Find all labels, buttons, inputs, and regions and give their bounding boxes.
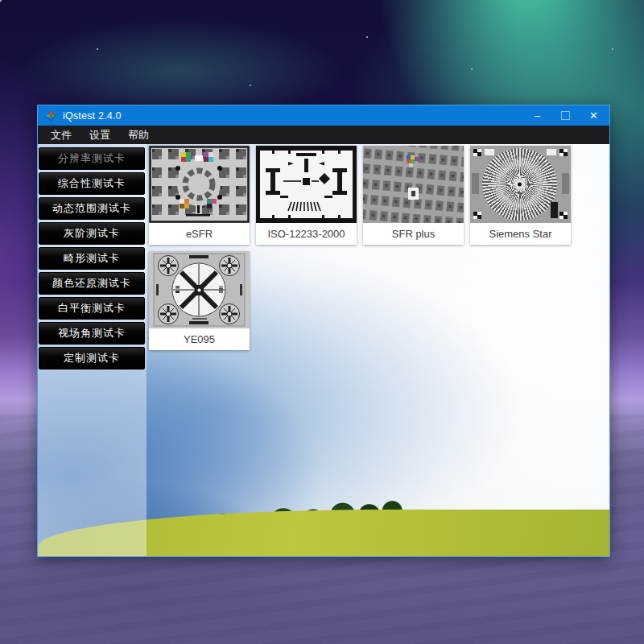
client-area: 分辨率测试卡 综合性测试卡 动态范围测试卡 灰阶测试卡 畸形测试卡 颜色还原测试…: [38, 144, 609, 556]
siemens-star-graphic: [482, 148, 557, 221]
esfr-chart-thumbnail: [149, 146, 250, 223]
card-label: ISO-12233-2000: [256, 223, 357, 245]
sfr-plus-chart-graphic: [363, 146, 464, 223]
registration-mark: [473, 149, 481, 156]
maximize-button[interactable]: [551, 105, 580, 126]
iso-12233-chart-thumbnail: [256, 146, 357, 223]
card-esfr[interactable]: eSFR: [149, 146, 250, 245]
white-patch: [547, 149, 556, 155]
maximize-icon: [561, 111, 570, 120]
minimize-button[interactable]: –: [523, 105, 551, 126]
menu-item-file[interactable]: 文件: [51, 128, 72, 142]
close-button[interactable]: ✕: [580, 105, 608, 126]
card-ye095[interactable]: YE095: [149, 251, 250, 350]
sidebar-item-comprehensive[interactable]: 综合性测试卡: [39, 172, 145, 195]
black-patch: [551, 202, 558, 218]
card-label: Siemens Star: [470, 223, 571, 245]
esfr-chart-graphic: [149, 146, 250, 223]
card-label: eSFR: [149, 223, 250, 245]
ye095-chart-thumbnail: [149, 251, 250, 328]
sidebar: 分辨率测试卡 综合性测试卡 动态范围测试卡 灰阶测试卡 畸形测试卡 颜色还原测试…: [38, 144, 147, 556]
wallpaper-stars: [0, 0, 2, 2]
sidebar-item-white-balance[interactable]: 白平衡测试卡: [39, 297, 145, 320]
registration-mark: [473, 212, 481, 219]
iso-12233-chart-graphic: [256, 146, 357, 223]
sidebar-item-grayscale[interactable]: 灰阶测试卡: [39, 222, 145, 245]
sidebar-item-field-of-view[interactable]: 视场角测试卡: [39, 322, 145, 345]
sidebar-item-dynamic-range[interactable]: 动态范围测试卡: [39, 197, 145, 220]
card-siemens-star[interactable]: Siemens Star: [470, 146, 571, 245]
sidebar-item-color-restore[interactable]: 颜色还原测试卡: [39, 272, 145, 295]
sfr-plus-chart-thumbnail: [363, 146, 464, 223]
side-tab: [472, 173, 479, 194]
sidebar-item-resolution[interactable]: 分辨率测试卡: [39, 147, 145, 170]
card-label: SFR plus: [363, 223, 464, 245]
window-controls: – ✕: [523, 105, 608, 126]
menu-item-help[interactable]: 帮助: [128, 128, 149, 142]
window-title: iQstest 2.4.0: [63, 110, 122, 122]
ye095-chart-graphic: [149, 251, 250, 328]
iqstest-app-icon: [45, 110, 56, 122]
siemens-star-chart-thumbnail: [470, 146, 571, 223]
registration-mark: [559, 212, 568, 219]
menu-bar: 文件 设置 帮助: [38, 126, 609, 144]
card-label: YE095: [149, 328, 250, 350]
card-sfr-plus[interactable]: SFR plus: [363, 146, 464, 245]
sidebar-item-custom[interactable]: 定制测试卡: [39, 347, 145, 369]
card-iso-12233[interactable]: ISO-12233-2000: [256, 146, 357, 245]
iqstest-window: iQstest 2.4.0 – ✕ 文件 设置 帮助 分辨率测试卡 综合性测试卡…: [37, 105, 610, 557]
white-patch: [485, 149, 494, 155]
window-titlebar[interactable]: iQstest 2.4.0 – ✕: [38, 105, 609, 126]
side-tab: [562, 173, 569, 194]
menu-item-settings[interactable]: 设置: [89, 128, 110, 142]
sidebar-item-distortion[interactable]: 畸形测试卡: [39, 247, 145, 270]
registration-mark: [559, 149, 568, 156]
